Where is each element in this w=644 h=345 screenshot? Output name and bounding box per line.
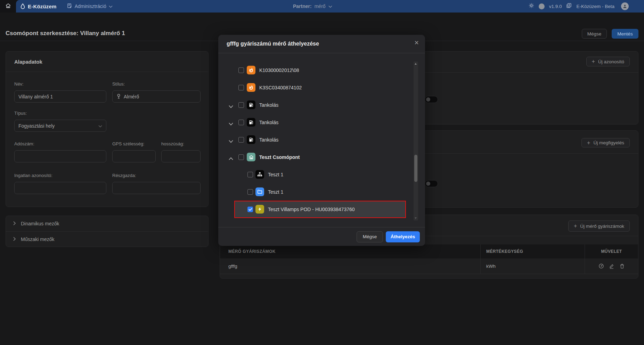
cancel-button[interactable]: Mégse bbox=[582, 29, 607, 39]
environment-label: E-Közüzem - Beta bbox=[576, 4, 614, 9]
sitemap-icon bbox=[255, 170, 264, 179]
divider bbox=[6, 72, 208, 72]
top-navbar: E-Közüzem Adminisztráció Partner: mérő v… bbox=[0, 0, 644, 13]
tree-row-label: Tankolás bbox=[259, 96, 278, 114]
tree-row-label: Teszt 1 bbox=[268, 183, 283, 201]
plus-icon: + bbox=[574, 223, 577, 229]
unit-cell: kWh bbox=[480, 258, 585, 274]
modal-header: gfffg gyáriszámú mérő áthelyezése × bbox=[218, 35, 425, 53]
add-identifier-label: Új azonosító bbox=[598, 59, 624, 64]
add-identifier-button[interactable]: + Új azonosító bbox=[586, 57, 630, 66]
modal-confirm-button[interactable]: Áthelyezés bbox=[386, 231, 420, 242]
app-brand: E-Közüzem bbox=[28, 3, 57, 9]
checkbox[interactable] bbox=[238, 85, 244, 90]
style-select-value: Almérő bbox=[124, 94, 139, 99]
checkbox[interactable] bbox=[238, 102, 244, 108]
tree-row-label: Teszt 1 bbox=[268, 166, 283, 183]
table-row: gfffg kWh bbox=[220, 258, 638, 274]
tree-row[interactable]: K10300002012\08 bbox=[218, 62, 418, 79]
add-observation-label: Új megfigyelés bbox=[593, 140, 624, 145]
style-select[interactable]: Almérő bbox=[112, 90, 201, 103]
tree-row[interactable]: Tankolás bbox=[218, 96, 418, 114]
fuel-pump-icon bbox=[247, 118, 255, 127]
plus-icon: + bbox=[592, 59, 595, 64]
chevron-down-icon bbox=[109, 3, 113, 9]
add-meter-serial-button[interactable]: + Új mérő gyáriszámok bbox=[568, 220, 630, 232]
type-select[interactable]: Fogyasztási hely bbox=[14, 120, 106, 132]
gps-longitude-input[interactable] bbox=[161, 150, 201, 162]
house-node-icon bbox=[247, 153, 255, 161]
scroll-down-arrow-icon[interactable] bbox=[415, 217, 417, 219]
add-observation-button[interactable]: + Új megfigyelés bbox=[581, 138, 630, 147]
checkbox[interactable] bbox=[238, 154, 244, 160]
tree-row[interactable]: Teszt 1 bbox=[218, 183, 418, 201]
folder-icon bbox=[255, 187, 264, 196]
chevron-up-icon[interactable] bbox=[229, 155, 233, 162]
add-meter-serial-label: Új mérő gyáriszámok bbox=[580, 224, 624, 229]
modal-footer: Mégse Áthelyezés bbox=[218, 227, 425, 246]
tree-row[interactable]: Tankolás bbox=[218, 114, 418, 131]
technical-fields-section[interactable]: Műszaki mezők bbox=[6, 232, 208, 247]
user-avatar[interactable] bbox=[621, 2, 629, 10]
dynamic-fields-section[interactable]: Dinamikus mezők bbox=[6, 216, 208, 231]
basic-data-title: Alapadatok bbox=[14, 59, 42, 65]
chevron-down-icon bbox=[328, 3, 332, 9]
stack-icon bbox=[566, 3, 572, 10]
scroll-up-arrow-icon[interactable] bbox=[415, 63, 417, 65]
tree-row[interactable]: K3SC03400874102 bbox=[218, 79, 418, 96]
checkbox[interactable] bbox=[247, 189, 253, 195]
chevron-down-icon[interactable] bbox=[229, 103, 233, 110]
sun-icon bbox=[529, 3, 534, 10]
basic-data-card: Alapadatok Név: Stílus: Almérő Típus: Fo… bbox=[6, 51, 209, 207]
tree-row[interactable]: Teszt Csomópont bbox=[218, 149, 418, 166]
modal-title: gfffg gyáriszámú mérő áthelyezése bbox=[227, 41, 319, 47]
close-icon[interactable]: × bbox=[414, 39, 419, 47]
version-label: v1.9.0 bbox=[549, 4, 562, 9]
checkbox[interactable] bbox=[238, 120, 244, 125]
chevron-down-icon[interactable] bbox=[229, 138, 233, 144]
column-header-serial: MÉRŐ GYÁRISZÁMOK bbox=[220, 244, 480, 258]
checkbox[interactable] bbox=[238, 137, 244, 143]
water-drop-logo-icon bbox=[20, 3, 25, 9]
tax-number-input[interactable] bbox=[14, 150, 106, 162]
chevron-down-icon[interactable] bbox=[229, 121, 233, 127]
tree-row-label: Tankolás bbox=[259, 131, 278, 149]
type-select-value: Fogyasztási hely bbox=[18, 123, 55, 129]
delete-icon[interactable] bbox=[619, 263, 625, 269]
gauge-icon[interactable] bbox=[598, 263, 604, 269]
partner-selector[interactable]: Partner: mérő bbox=[293, 0, 332, 13]
move-meter-modal: gfffg gyáriszámú mérő áthelyezése × K103… bbox=[218, 35, 425, 246]
tree-row-selected[interactable]: Teszt Villamps POD - HU003938473760 bbox=[218, 201, 418, 218]
checkbox-checked[interactable] bbox=[247, 207, 253, 212]
name-input[interactable] bbox=[14, 90, 106, 103]
edit-icon[interactable] bbox=[609, 263, 614, 269]
theme-toggle[interactable] bbox=[539, 3, 545, 9]
save-button[interactable]: Mentés bbox=[612, 29, 638, 39]
meter-serials-table: MÉRŐ GYÁRISZÁMOK MÉRTÉKEGYSÉG MŰVELET gf… bbox=[220, 244, 638, 274]
tree-row-label: K3SC03400874102 bbox=[259, 79, 302, 96]
gps-latitude-input[interactable] bbox=[112, 150, 156, 162]
observation-toggle[interactable] bbox=[425, 180, 438, 187]
form-icon bbox=[67, 3, 72, 9]
home-button[interactable] bbox=[0, 0, 16, 13]
nav-item-administration[interactable]: Adminisztráció bbox=[67, 3, 113, 9]
serial-cell: gfffg bbox=[220, 258, 480, 274]
nav-item-label: Adminisztráció bbox=[75, 3, 106, 9]
fuel-pump-icon bbox=[247, 135, 255, 144]
tree-row[interactable]: Teszt 1 bbox=[218, 166, 418, 183]
property-id-input[interactable] bbox=[14, 182, 106, 194]
page-title: Csomópont szerkesztése: Villany almérő 1 bbox=[6, 30, 125, 37]
scrollbar-thumb[interactable] bbox=[414, 155, 417, 182]
style-label: Stílus: bbox=[112, 81, 125, 87]
table-header-row: MÉRŐ GYÁRISZÁMOK MÉRTÉKEGYSÉG MŰVELET bbox=[220, 244, 638, 258]
chevron-down-icon bbox=[98, 123, 102, 129]
identifier-toggle[interactable] bbox=[425, 96, 438, 103]
checkbox[interactable] bbox=[247, 172, 253, 177]
map-pin-icon bbox=[116, 94, 121, 100]
checkbox[interactable] bbox=[238, 67, 244, 73]
share-owner-input[interactable] bbox=[112, 182, 201, 194]
modal-scrollbar[interactable] bbox=[414, 62, 418, 220]
modal-cancel-button[interactable]: Mégse bbox=[357, 231, 383, 242]
tree-row[interactable]: Tankolás bbox=[218, 131, 418, 149]
chevron-right-icon bbox=[13, 236, 16, 242]
